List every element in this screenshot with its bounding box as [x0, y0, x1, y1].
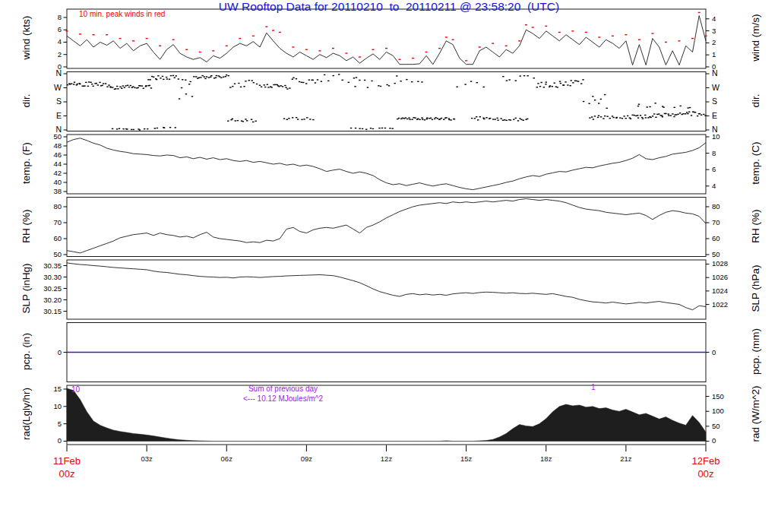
svg-text:15z: 15z — [460, 454, 473, 463]
svg-text:W: W — [712, 83, 719, 92]
rad-marker-left: 10 — [71, 385, 80, 394]
rad-sum-note-line2: <--- 10.12 MJoules/m^2 — [209, 394, 357, 403]
svg-text:80: 80 — [53, 202, 62, 211]
svg-text:0: 0 — [712, 436, 716, 445]
svg-text:30.30: 30.30 — [43, 273, 62, 281]
svg-text:06z: 06z — [221, 454, 233, 463]
panel-dir: NWSENNWSEN — [54, 68, 719, 134]
panel-pcp: 00 — [58, 323, 716, 382]
x-end-date-hour: 00z — [678, 468, 733, 480]
svg-text:44: 44 — [53, 160, 62, 168]
panel-rh: 5060708050607080 — [53, 198, 719, 258]
meteogram-page: 0246801234NWSENNWSEN38404244464850468105… — [0, 0, 778, 532]
svg-text:10: 10 — [712, 132, 720, 141]
svg-text:6: 6 — [58, 25, 62, 33]
svg-text:30.20: 30.20 — [43, 296, 62, 304]
svg-text:46: 46 — [53, 150, 62, 159]
svg-text:E: E — [56, 111, 62, 120]
svg-text:48: 48 — [53, 141, 62, 150]
svg-text:42: 42 — [53, 169, 62, 177]
axis-label-rad-left: rad(Lgly/hr) — [21, 369, 32, 460]
svg-text:0: 0 — [58, 348, 62, 356]
svg-text:60: 60 — [53, 234, 62, 242]
svg-text:50: 50 — [53, 132, 62, 141]
svg-text:1026: 1026 — [712, 273, 728, 281]
svg-text:40: 40 — [53, 178, 62, 186]
svg-text:30.25: 30.25 — [43, 284, 62, 293]
panel-temp: 3840424446485046810 — [53, 132, 719, 195]
meteogram-canvas: 0246801234NWSENNWSEN38404244464850468105… — [0, 0, 778, 532]
rad-sum-note-line1: Sum of previous day — [209, 385, 357, 393]
svg-text:10: 10 — [53, 402, 62, 410]
svg-text:70: 70 — [53, 218, 62, 226]
svg-text:50: 50 — [53, 250, 62, 258]
svg-text:80: 80 — [712, 202, 720, 211]
svg-text:4: 4 — [58, 37, 62, 46]
svg-text:1024: 1024 — [712, 287, 728, 295]
svg-text:18z: 18z — [540, 454, 552, 463]
svg-text:100: 100 — [712, 407, 724, 415]
svg-text:2: 2 — [58, 50, 62, 59]
x-axis: 03z06z09z12z15z18z21z — [67, 445, 706, 464]
svg-text:3: 3 — [712, 27, 716, 35]
svg-text:70: 70 — [712, 218, 720, 226]
svg-text:21z: 21z — [620, 454, 632, 463]
rad-marker-right: 1 — [591, 383, 596, 391]
svg-text:8: 8 — [58, 13, 62, 21]
x-start-date-hour: 00z — [40, 468, 94, 480]
svg-text:30.35: 30.35 — [43, 261, 62, 270]
svg-text:15: 15 — [53, 385, 62, 393]
svg-text:1022: 1022 — [712, 300, 728, 309]
svg-text:12z: 12z — [381, 454, 393, 463]
svg-text:4: 4 — [712, 14, 716, 23]
panel-slp: 30.1530.2030.2530.3030.35102210241026102… — [43, 259, 728, 319]
svg-text:W: W — [54, 83, 62, 92]
x-end-date-day: 12Feb — [678, 455, 733, 467]
svg-text:30.15: 30.15 — [43, 307, 62, 315]
panel-rad: 051015050100150 — [53, 385, 723, 445]
svg-text:4: 4 — [712, 182, 716, 190]
svg-text:0: 0 — [712, 348, 716, 356]
svg-text:E: E — [712, 111, 717, 120]
chart-title: UW Rooftop Data for 20110210 to 20110211… — [0, 0, 778, 14]
svg-text:N: N — [55, 68, 62, 78]
svg-text:50: 50 — [712, 250, 720, 258]
svg-text:50: 50 — [712, 422, 720, 430]
svg-text:8: 8 — [712, 149, 716, 157]
axis-label-rad-right: rad (W/m^2) — [750, 369, 761, 460]
svg-text:S: S — [712, 97, 717, 106]
svg-text:38: 38 — [53, 187, 62, 195]
svg-text:1: 1 — [712, 50, 716, 59]
svg-text:1028: 1028 — [712, 259, 728, 268]
x-start-date-day: 11Feb — [40, 455, 94, 467]
svg-text:5: 5 — [58, 420, 62, 428]
svg-text:2: 2 — [712, 38, 716, 46]
svg-text:S: S — [56, 97, 62, 106]
svg-text:03z: 03z — [141, 454, 153, 463]
panel-wind: 0246801234 — [58, 9, 716, 71]
svg-text:0: 0 — [58, 436, 62, 445]
svg-text:N: N — [712, 68, 718, 78]
svg-text:60: 60 — [712, 234, 720, 242]
svg-text:6: 6 — [712, 165, 716, 173]
svg-text:09z: 09z — [301, 454, 313, 463]
svg-text:150: 150 — [712, 392, 724, 401]
